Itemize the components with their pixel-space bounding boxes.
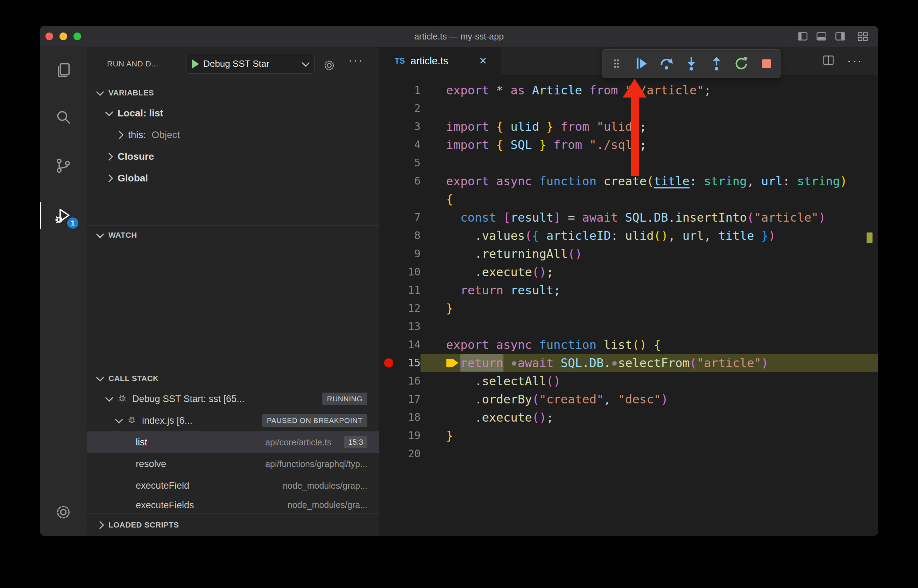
breakpoint-gutter[interactable] bbox=[379, 190, 397, 208]
frame-path: node_modules/grap... bbox=[283, 481, 368, 491]
breakpoint-gutter[interactable] bbox=[379, 336, 397, 354]
scope-local-row[interactable]: Local: list bbox=[87, 102, 379, 124]
loaded-scripts-section-header[interactable]: LOADED SCRIPTS bbox=[87, 514, 379, 536]
breakpoint-gutter[interactable] bbox=[379, 263, 397, 281]
code-line-text: import { ulid } from "ulid"; bbox=[421, 118, 878, 136]
sidebar-item-explorer[interactable] bbox=[40, 53, 87, 88]
customize-layout-icon[interactable] bbox=[856, 30, 869, 43]
breakpoint-gutter[interactable] bbox=[379, 118, 397, 136]
close-window-button[interactable] bbox=[45, 32, 53, 40]
code-line: 19} bbox=[379, 426, 878, 445]
frame-name: executeField bbox=[136, 480, 189, 491]
scope-label: Local: list bbox=[118, 108, 164, 119]
toggle-primary-sidebar-icon[interactable] bbox=[796, 30, 809, 43]
line-number: 19 bbox=[397, 426, 421, 445]
panel-title: RUN AND D... bbox=[107, 60, 159, 68]
step-out-button[interactable] bbox=[705, 52, 728, 75]
editor: TS article.ts × ··· bbox=[379, 47, 878, 536]
toggle-secondary-sidebar-icon[interactable] bbox=[834, 30, 847, 43]
line-number: 8 bbox=[397, 226, 421, 245]
code-line: 2 bbox=[379, 99, 878, 118]
toggle-panel-icon[interactable] bbox=[815, 30, 828, 43]
call-stack-section-header[interactable]: CALL STACK bbox=[87, 369, 379, 388]
breakpoint-gutter[interactable] bbox=[379, 154, 397, 172]
sidebar-item-settings[interactable] bbox=[40, 495, 87, 530]
zoom-window-button[interactable] bbox=[73, 32, 81, 40]
variables-header-label: VARIABLES bbox=[108, 89, 154, 97]
code-line: 16 .selectAll() bbox=[379, 372, 878, 390]
scope-label: Global bbox=[118, 173, 148, 184]
debug-session-row[interactable]: index.js [6... PAUSED ON BREAKPOINT bbox=[87, 410, 379, 431]
code-area[interactable]: 1export * as Article from "./article";23… bbox=[379, 75, 878, 463]
configure-gear-icon[interactable] bbox=[322, 58, 337, 74]
breakpoint-gutter[interactable] bbox=[379, 208, 397, 226]
line-number: 16 bbox=[397, 372, 421, 390]
breakpoint-gutter[interactable] bbox=[379, 354, 397, 372]
step-over-button[interactable] bbox=[655, 52, 678, 75]
stack-frame-row[interactable]: executeFields node_modules/gra... bbox=[87, 496, 379, 511]
restart-button[interactable] bbox=[730, 52, 753, 75]
variables-section-header[interactable]: VARIABLES bbox=[87, 84, 379, 102]
watch-section-header[interactable]: WATCH bbox=[87, 226, 379, 245]
breakpoint-gutter[interactable] bbox=[379, 99, 397, 118]
code-line-text: .orderBy("created", "desc") bbox=[421, 390, 878, 408]
breakpoint-gutter[interactable] bbox=[379, 372, 397, 390]
toolbar-drag-handle[interactable] bbox=[605, 52, 628, 75]
debug-session-icon bbox=[117, 393, 127, 405]
breakpoint-gutter[interactable] bbox=[379, 390, 397, 408]
step-into-button[interactable] bbox=[680, 52, 703, 75]
debug-session-row[interactable]: Debug SST Start: sst [65... RUNNING bbox=[87, 388, 379, 410]
code-line: 6export async function create(title: str… bbox=[379, 172, 878, 190]
scope-closure-row[interactable]: Closure bbox=[87, 146, 379, 168]
code-line: 17 .orderBy("created", "desc") bbox=[379, 390, 878, 408]
breakpoint-gutter[interactable] bbox=[379, 281, 397, 299]
stop-button[interactable] bbox=[755, 52, 778, 75]
breakpoint-gutter[interactable] bbox=[379, 426, 397, 445]
breakpoint-gutter[interactable] bbox=[379, 408, 397, 426]
breakpoint-gutter[interactable] bbox=[379, 299, 397, 317]
breakpoint-gutter[interactable] bbox=[379, 445, 397, 463]
split-editor-icon[interactable] bbox=[822, 53, 835, 68]
tab-article-ts[interactable]: TS article.ts × bbox=[379, 47, 500, 75]
continue-button[interactable] bbox=[630, 52, 652, 75]
code-line-text: .values({ articleID: ulid(), url, title … bbox=[421, 226, 878, 245]
sidebar-item-search[interactable] bbox=[40, 100, 87, 134]
line-number: 17 bbox=[397, 390, 421, 408]
breakpoint-gutter[interactable] bbox=[379, 317, 397, 336]
views-more-actions-icon[interactable]: ··· bbox=[348, 53, 363, 67]
breakpoint-gutter[interactable] bbox=[379, 172, 397, 190]
breakpoint-icon[interactable] bbox=[384, 358, 393, 367]
minimize-window-button[interactable] bbox=[60, 32, 67, 40]
start-debug-icon[interactable] bbox=[192, 60, 199, 68]
debug-config-dropdown[interactable]: Debug SST Star bbox=[186, 54, 314, 74]
code-line: 5 bbox=[379, 154, 878, 172]
breakpoint-gutter[interactable] bbox=[379, 81, 397, 99]
stack-frame-row[interactable]: executeField node_modules/grap... bbox=[87, 475, 379, 496]
frame-name: resolve bbox=[136, 459, 166, 470]
chevron-right-icon bbox=[105, 153, 113, 161]
session-label: index.js [6... bbox=[142, 415, 193, 426]
breakpoint-gutter[interactable] bbox=[379, 136, 397, 154]
code-line-text bbox=[421, 445, 878, 463]
line-number: 14 bbox=[397, 336, 421, 354]
sidebar-item-run-and-debug[interactable]: 1 bbox=[40, 198, 87, 233]
close-tab-icon[interactable]: × bbox=[479, 55, 487, 67]
stack-frame-row[interactable]: list api/core/article.ts 15:3 bbox=[87, 431, 379, 453]
editor-more-actions-icon[interactable]: ··· bbox=[847, 53, 863, 68]
chevron-down-icon bbox=[96, 374, 104, 382]
chevron-down-icon bbox=[96, 230, 104, 238]
line-number bbox=[397, 190, 421, 208]
breakpoint-gutter[interactable] bbox=[379, 245, 397, 263]
variable-this-row[interactable]: this: Object bbox=[87, 124, 379, 146]
sidebar-item-source-control[interactable] bbox=[40, 148, 87, 183]
variable-value: Object bbox=[152, 129, 180, 141]
line-number: 18 bbox=[397, 408, 421, 426]
scope-global-row[interactable]: Global bbox=[87, 168, 379, 189]
stack-frame-row[interactable]: resolve api/functions/graphql/typ... bbox=[87, 453, 379, 475]
chevron-down-icon bbox=[96, 88, 104, 96]
breakpoint-gutter[interactable] bbox=[379, 226, 397, 245]
debug-session-icon bbox=[127, 414, 137, 427]
chevron-right-icon bbox=[105, 174, 113, 183]
desktop-background: article.ts — my-sst-app bbox=[0, 0, 918, 588]
gear-icon bbox=[54, 503, 73, 522]
